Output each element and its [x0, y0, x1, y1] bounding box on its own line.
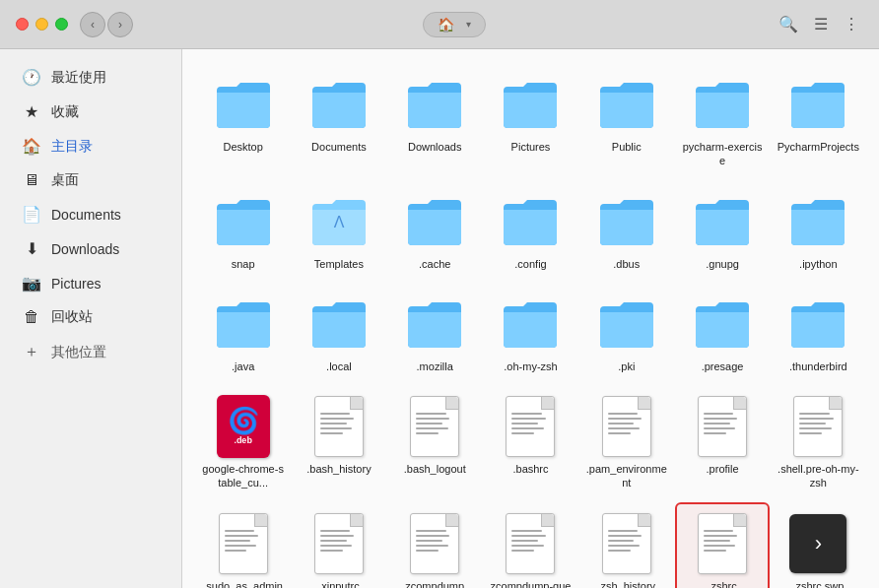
file-item[interactable]: snap	[198, 182, 288, 279]
file-item[interactable]: .mozilla	[390, 285, 480, 381]
file-item[interactable]: .oh-my-zsh	[486, 285, 575, 381]
file-item[interactable]: .cache	[390, 182, 480, 279]
location-pill[interactable]: 🏠 ▾	[423, 12, 486, 37]
sidebar-item-documents[interactable]: 📄Documents	[6, 198, 175, 230]
folder-icon	[212, 293, 275, 356]
file-item[interactable]: Pictures	[486, 65, 575, 176]
sidebar-label: Downloads	[51, 241, 119, 257]
file-item[interactable]: .pki	[581, 285, 671, 381]
file-item[interactable]: PycharmProjects	[774, 65, 863, 176]
close-button[interactable]	[16, 18, 29, 31]
document-icon	[691, 395, 754, 458]
folder-icon	[786, 190, 849, 253]
doc-icon	[698, 396, 747, 457]
file-label: .dbus	[613, 257, 640, 271]
file-item[interactable]: zcompdump	[390, 504, 480, 588]
back-button[interactable]: ‹	[80, 12, 105, 37]
doc-icon	[506, 513, 555, 574]
nav-buttons: ‹ ›	[80, 12, 133, 37]
file-item[interactable]: Documents	[294, 65, 383, 176]
desktop-icon: 🖥	[22, 171, 41, 189]
file-item[interactable]: Λ Templates	[294, 182, 383, 279]
doc-icon	[410, 513, 459, 574]
file-item[interactable]: .zshrc	[677, 504, 767, 588]
location-bar: 🏠 ▾	[145, 12, 763, 37]
home-icon: 🏠	[22, 137, 41, 156]
sidebar-item-home[interactable]: 🏠主目录	[6, 130, 175, 163]
file-item[interactable]: .config	[486, 182, 575, 279]
file-item[interactable]: Desktop	[198, 65, 288, 176]
document-icon	[786, 395, 849, 458]
folder-icon	[212, 190, 275, 253]
doc-icon	[314, 396, 364, 457]
file-item[interactable]: .shell.pre-oh-my-zsh	[774, 387, 863, 498]
file-item[interactable]: 🌀 .deb google-chrome-stable_cu...	[198, 387, 288, 498]
maximize-button[interactable]	[55, 18, 68, 31]
chevron-down-icon: ▾	[466, 19, 471, 30]
view-button[interactable]: ☰	[810, 11, 832, 37]
file-item[interactable]: .presage	[677, 285, 767, 381]
document-icon	[307, 395, 371, 458]
folder-icon	[307, 73, 371, 136]
sidebar-item-recent[interactable]: 🕐最近使用	[6, 61, 175, 94]
favorites-icon: ★	[22, 102, 41, 121]
folder-icon	[499, 293, 562, 356]
options-button[interactable]: ⋮	[840, 11, 863, 37]
file-item[interactable]: Downloads	[390, 65, 480, 176]
sidebar-label: 收藏	[51, 103, 79, 121]
forward-button[interactable]: ›	[107, 12, 133, 37]
file-label: .oh-my-zsh	[504, 359, 557, 373]
folder-icon	[595, 190, 658, 253]
file-label: Downloads	[408, 140, 461, 154]
minimize-button[interactable]	[35, 18, 48, 31]
file-item[interactable]: .thunderbird	[774, 285, 863, 381]
folder-icon	[307, 293, 371, 356]
home-icon: 🏠	[438, 17, 454, 33]
doc-icon	[793, 396, 843, 457]
file-item[interactable]: .bash_logout	[390, 387, 480, 498]
file-item[interactable]: .sudo_as_admin_successful	[198, 504, 288, 588]
file-item[interactable]: .bashrc	[486, 387, 575, 498]
document-icon	[499, 512, 562, 575]
deb-label: .deb	[234, 435, 252, 445]
file-item[interactable]: .local	[294, 285, 383, 381]
folder-icon	[786, 293, 849, 356]
doc-icon	[506, 396, 555, 457]
add-icon: ＋	[22, 342, 41, 362]
sidebar-item-other[interactable]: ＋其他位置	[6, 335, 175, 369]
documents-icon: 📄	[22, 205, 41, 224]
file-grid: Desktop Documents Downloads Pictures Pub…	[198, 65, 863, 588]
file-item[interactable]: Public	[581, 65, 671, 176]
file-label: .presage	[702, 359, 744, 373]
sidebar-item-downloads[interactable]: ⬇Downloads	[6, 232, 175, 265]
file-label: Templates	[314, 257, 364, 271]
file-item[interactable]: .java	[198, 285, 288, 381]
search-button[interactable]: 🔍	[775, 11, 802, 37]
document-icon	[499, 395, 562, 458]
sidebar-item-trash[interactable]: 🗑回收站	[6, 301, 175, 333]
document-icon	[403, 395, 466, 458]
file-label: Desktop	[223, 140, 262, 154]
file-item[interactable]: .bash_history	[294, 387, 383, 498]
doc-icon	[219, 513, 268, 574]
file-item[interactable]: .xinputrc	[294, 504, 383, 588]
folder-special-icon: Λ	[307, 190, 371, 253]
file-label: Public	[612, 140, 642, 154]
file-item[interactable]: .gnupg	[677, 182, 767, 279]
sidebar-item-favorites[interactable]: ★收藏	[6, 96, 175, 128]
file-item[interactable]: .pam_environment	[581, 387, 671, 498]
file-item[interactable]: .dbus	[581, 182, 671, 279]
sidebar-item-desktop[interactable]: 🖥桌面	[6, 164, 175, 196]
file-label: .zshrc	[708, 579, 736, 588]
file-item[interactable]: pycharm-exercise	[677, 65, 767, 176]
file-item[interactable]: .zsh_history	[581, 504, 671, 588]
file-label: snap	[232, 257, 255, 271]
file-item[interactable]: zcompdump-queen-5.8	[486, 504, 575, 588]
file-item[interactable]: .ipython	[774, 182, 863, 279]
document-icon	[595, 395, 658, 458]
sidebar-item-pictures[interactable]: 📷Pictures	[6, 267, 175, 299]
folder-icon	[403, 73, 466, 136]
file-item[interactable]: .profile	[677, 387, 767, 498]
file-item[interactable]: ›.zshrc.swp	[774, 504, 863, 588]
folder-icon	[691, 190, 754, 253]
